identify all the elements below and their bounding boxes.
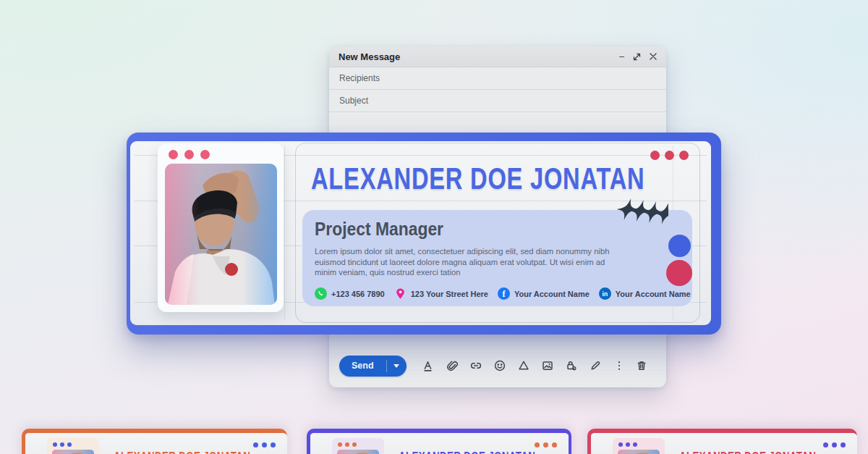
mini-photo-frame bbox=[613, 438, 665, 454]
send-button-group: Send bbox=[339, 356, 407, 377]
card-dots bbox=[823, 442, 846, 447]
signature-bio: Lorem ipsum dolor sit amet, consectetuer… bbox=[315, 246, 624, 278]
variant-card-crimson[interactable]: ALEXANDER DOE JONATAN bbox=[587, 429, 857, 454]
variant-card-violet[interactable]: ALEXANDER DOE JONATAN bbox=[307, 429, 571, 454]
window-dots bbox=[338, 442, 357, 447]
signature-contacts: +123 456 7890 123 Your Street Here f You… bbox=[315, 287, 691, 300]
compose-title: New Message bbox=[339, 51, 400, 62]
mini-profile-photo bbox=[337, 450, 379, 454]
linkedin-icon: in bbox=[599, 287, 611, 300]
sparkles-decoration bbox=[612, 197, 668, 227]
insert-from-drive-icon[interactable] bbox=[515, 357, 532, 374]
facebook-icon: f bbox=[498, 287, 510, 300]
attach-file-icon[interactable] bbox=[443, 357, 461, 374]
minimize-icon[interactable]: – bbox=[619, 51, 624, 62]
subject-label: Subject bbox=[339, 96, 368, 106]
mini-profile-photo bbox=[618, 450, 660, 454]
facebook-contact: f Your Account Name bbox=[498, 287, 590, 300]
variant-name: ALEXANDER DOE JONATAN bbox=[114, 450, 294, 454]
expand-icon[interactable] bbox=[633, 51, 641, 62]
signature-role: Project Manager bbox=[315, 218, 461, 240]
compose-toolbar: Send bbox=[336, 350, 659, 382]
mini-profile-photo bbox=[52, 450, 94, 454]
address-contact: 123 Your Street Here bbox=[394, 287, 488, 300]
mini-photo-frame bbox=[47, 438, 99, 454]
window-dots bbox=[169, 150, 210, 159]
insert-emoji-icon[interactable] bbox=[491, 357, 509, 374]
recipients-label: Recipients bbox=[339, 73, 380, 83]
insert-link-icon[interactable] bbox=[467, 357, 485, 374]
profile-photo bbox=[165, 164, 277, 305]
mini-photo-frame bbox=[332, 438, 384, 454]
discard-draft-icon[interactable] bbox=[633, 357, 650, 374]
card-dots bbox=[650, 151, 689, 160]
send-button[interactable]: Send bbox=[339, 356, 386, 377]
phone-contact: +123 456 7890 bbox=[315, 287, 385, 300]
close-icon[interactable] bbox=[650, 51, 657, 62]
compose-titlebar: New Message – bbox=[329, 46, 666, 67]
send-options-dropdown[interactable] bbox=[387, 356, 407, 377]
variant-name: ALEXANDER DOE JONATAN bbox=[399, 450, 579, 454]
more-options-icon[interactable] bbox=[610, 357, 628, 374]
signature-name: ALEXANDER DOE JONATAN bbox=[311, 163, 750, 194]
whatsapp-icon bbox=[315, 287, 327, 300]
blue-circle-decoration bbox=[668, 235, 691, 257]
insert-signature-icon[interactable] bbox=[587, 357, 604, 374]
subject-field[interactable]: Subject bbox=[329, 90, 666, 112]
confidential-mode-icon[interactable] bbox=[563, 357, 580, 374]
variant-card-orange[interactable]: ALEXANDER DOE JONATAN bbox=[22, 429, 287, 454]
guide-line bbox=[284, 146, 285, 321]
variant-name: ALEXANDER DOE JONATAN bbox=[679, 450, 859, 454]
insert-photo-icon[interactable] bbox=[539, 357, 556, 374]
card-dots bbox=[535, 442, 557, 447]
signature-card: ALEXANDER DOE JONATAN Project Manager Lo… bbox=[127, 133, 721, 335]
card-dots bbox=[253, 442, 276, 447]
location-pin-icon bbox=[394, 287, 407, 300]
window-dots bbox=[53, 442, 72, 447]
photo-frame bbox=[158, 143, 284, 312]
window-dots bbox=[618, 442, 637, 447]
linkedin-contact: in Your Account Name bbox=[599, 287, 691, 300]
recipients-field[interactable]: Recipients bbox=[329, 67, 666, 90]
formatting-options-icon[interactable] bbox=[420, 357, 437, 374]
red-circle-decoration bbox=[666, 260, 692, 286]
signature-card-body: ALEXANDER DOE JONATAN Project Manager Lo… bbox=[130, 141, 711, 325]
